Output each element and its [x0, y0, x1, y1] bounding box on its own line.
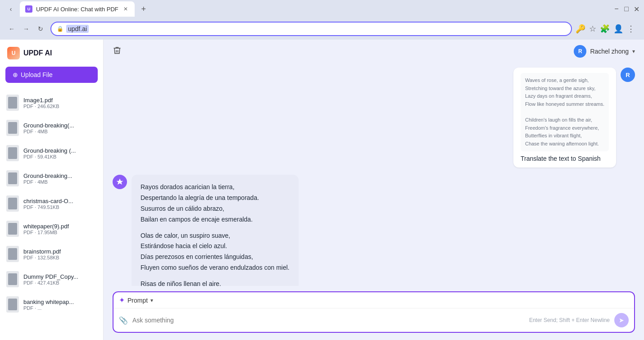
- user-message-preview: Waves of rose, a gentle sigh, Stretching…: [521, 73, 609, 151]
- file-icon: [6, 145, 19, 161]
- sparkle-icon: ✦: [119, 296, 125, 304]
- file-item[interactable]: Ground-breaking(... PDF · 4MB: [0, 115, 103, 141]
- browser-chrome: ‹ U UPDF AI Online: Chat with PDF ✕ + − …: [0, 0, 644, 40]
- delete-icon[interactable]: [113, 46, 122, 57]
- file-item[interactable]: brainstorm.pdf PDF · 132.58KB: [0, 241, 103, 267]
- file-icon: [6, 271, 19, 287]
- user-info: R Rachel zhong ▾: [574, 45, 635, 58]
- file-name: Dummy PDF_Copy...: [23, 273, 97, 280]
- active-tab[interactable]: U UPDF AI Online: Chat with PDF ✕: [20, 1, 135, 17]
- file-name: Ground-breaking(...: [23, 122, 97, 129]
- file-item[interactable]: christmas-card-O... PDF · 749.51KB: [0, 191, 103, 216]
- file-name: banking whitepap...: [23, 299, 97, 305]
- tab-favicon: U: [25, 5, 32, 13]
- input-area: ✦ Prompt ▾ 📎 Enter Send; Shift + Enter N…: [104, 286, 644, 340]
- bookmark-icon[interactable]: ☆: [589, 24, 596, 34]
- sidebar: U UPDF AI ⊕ Upload File Image1.pdf PDF ·…: [0, 40, 104, 340]
- user-bubble: Waves of rose, a gentle sigh, Stretching…: [513, 68, 616, 168]
- messages: Waves of rose, a gentle sigh, Stretching…: [104, 63, 644, 286]
- file-info: Image1.pdf PDF · 246.62KB: [23, 97, 97, 109]
- input-hint: Enter Send; Shift + Enter Newline: [529, 317, 610, 323]
- password-icon[interactable]: 🔑: [576, 24, 585, 34]
- prompt-dropdown-icon[interactable]: ▾: [150, 297, 153, 304]
- address-bar[interactable]: 🔒 updf.ai: [50, 22, 572, 36]
- user-message: Waves of rose, a gentle sigh, Stretching…: [113, 68, 635, 168]
- attach-icon[interactable]: 📎: [119, 316, 128, 325]
- send-button[interactable]: ➤: [614, 313, 629, 327]
- file-name: whitepaper(9).pdf: [23, 223, 97, 230]
- user-message-text: Translate the text to Spanish: [521, 155, 609, 162]
- close-btn[interactable]: ✕: [633, 6, 639, 12]
- file-item[interactable]: Dummy PDF_Copy... PDF · 427.41KB: [0, 267, 103, 292]
- file-list: Image1.pdf PDF · 246.62KB Ground-breakin…: [0, 88, 103, 340]
- file-info: banking whitepap... PDF · ...: [23, 299, 97, 311]
- back-btn[interactable]: ←: [5, 23, 18, 35]
- input-box: ✦ Prompt ▾ 📎 Enter Send; Shift + Enter N…: [113, 291, 635, 333]
- window-controls: − □ ✕: [613, 6, 639, 12]
- file-meta: PDF · 749.51KB: [23, 204, 97, 210]
- file-info: Ground-breaking(... PDF · 4MB: [23, 122, 97, 134]
- file-meta: PDF · 4MB: [23, 179, 97, 185]
- url-text: updf.ai: [66, 25, 89, 33]
- file-info: Ground-breaking (... PDF · 59.41KB: [23, 147, 97, 159]
- main-layout: U UPDF AI ⊕ Upload File Image1.pdf PDF ·…: [0, 40, 644, 340]
- tab-bar: ‹ U UPDF AI Online: Chat with PDF ✕ + − …: [0, 0, 644, 18]
- ask-input[interactable]: [132, 317, 525, 324]
- user-bubble-avatar: R: [621, 68, 635, 82]
- updf-logo: U: [7, 47, 20, 59]
- file-name: Ground-breaking (...: [23, 147, 97, 154]
- file-meta: PDF · 4MB: [23, 129, 97, 134]
- upload-label: Upload File: [21, 71, 53, 78]
- preview-text: Waves of rose, a gentle sigh, Stretching…: [525, 77, 604, 148]
- file-icon: [6, 120, 19, 136]
- file-icon: [6, 296, 19, 313]
- file-info: whitepaper(9).pdf PDF · 17.95MB: [23, 223, 97, 235]
- avatar: R: [574, 45, 586, 58]
- new-tab-btn[interactable]: +: [137, 3, 150, 15]
- prompt-label: Prompt: [127, 297, 148, 304]
- reload-btn[interactable]: ↻: [34, 23, 47, 35]
- file-item[interactable]: Ground-breaking (... PDF · 59.41KB: [0, 141, 103, 166]
- file-name: christmas-card-O...: [23, 198, 97, 204]
- file-name: Image1.pdf: [23, 97, 97, 104]
- user-name: Rachel zhong: [590, 48, 629, 55]
- browser-right-icons: 🔑 ☆ 🧩 👤 ⋮: [576, 24, 639, 34]
- file-name: Ground-breaking...: [23, 172, 97, 179]
- file-icon: [6, 195, 19, 212]
- tab-bar-left: ‹ U UPDF AI Online: Chat with PDF ✕ +: [5, 1, 150, 17]
- file-meta: PDF · ...: [23, 305, 97, 311]
- file-info: Dummy PDF_Copy... PDF · 427.41KB: [23, 273, 97, 286]
- minimize-btn[interactable]: −: [613, 6, 620, 12]
- tab-close-btn[interactable]: ✕: [122, 5, 129, 13]
- ai-avatar: [113, 175, 127, 189]
- maximize-btn[interactable]: □: [623, 6, 630, 12]
- input-row: 📎 Enter Send; Shift + Enter Newline ➤: [113, 308, 634, 332]
- sidebar-header: U UPDF AI: [0, 40, 103, 67]
- chat-header: R Rachel zhong ▾: [104, 40, 644, 63]
- prev-tab-btn[interactable]: ‹: [5, 3, 17, 15]
- file-item[interactable]: whitepaper(9).pdf PDF · 17.95MB: [0, 216, 103, 241]
- send-arrow-icon: ➤: [619, 317, 624, 324]
- address-bar-row: ← → ↻ 🔒 updf.ai 🔑 ☆ 🧩 👤 ⋮: [0, 18, 644, 40]
- file-item[interactable]: Ground-breaking... PDF · 4MB: [0, 166, 103, 191]
- avatar-initial: R: [578, 48, 582, 54]
- file-meta: PDF · 132.58KB: [23, 255, 97, 260]
- ai-message: Rayos dorados acarician la tierra,Desper…: [113, 175, 635, 286]
- menu-icon[interactable]: ⋮: [627, 24, 635, 34]
- profile-icon[interactable]: 👤: [613, 24, 623, 34]
- file-info: Ground-breaking... PDF · 4MB: [23, 172, 97, 185]
- file-icon: [6, 95, 19, 111]
- file-icon: [6, 221, 19, 237]
- extensions-icon[interactable]: 🧩: [600, 24, 610, 34]
- file-item[interactable]: banking whitepap... PDF · ...: [0, 292, 103, 317]
- file-meta: PDF · 59.41KB: [23, 154, 97, 159]
- file-icon: [6, 246, 19, 262]
- forward-btn[interactable]: →: [20, 23, 32, 35]
- file-meta: PDF · 427.41KB: [23, 280, 97, 286]
- file-item[interactable]: Image1.pdf PDF · 246.62KB: [0, 90, 103, 115]
- nav-controls: ← → ↻: [5, 23, 47, 35]
- upload-icon: ⊕: [13, 71, 18, 78]
- file-name: brainstorm.pdf: [23, 248, 97, 255]
- upload-file-button[interactable]: ⊕ Upload File: [5, 67, 98, 83]
- chevron-down-icon[interactable]: ▾: [632, 48, 635, 54]
